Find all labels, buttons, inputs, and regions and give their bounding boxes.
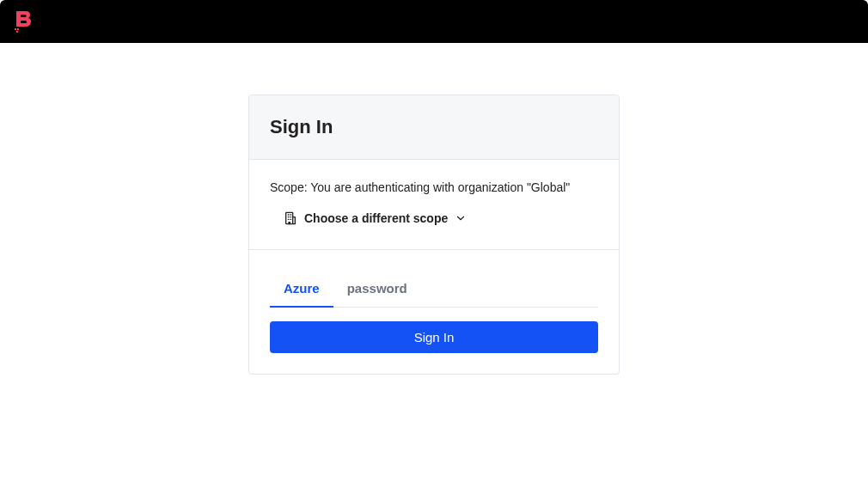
logo-icon	[14, 9, 34, 34]
tab-password[interactable]: password	[333, 271, 421, 308]
app-header	[0, 0, 868, 43]
signin-card: Sign In Scope: You are authenticating wi…	[248, 95, 620, 375]
tab-azure[interactable]: Azure	[270, 271, 333, 308]
auth-tabs: Azure password	[270, 271, 598, 308]
svg-rect-2	[16, 31, 18, 33]
scope-section: Scope: You are authenticating with organ…	[249, 160, 619, 250]
choose-scope-link[interactable]: Choose a different scope	[270, 211, 467, 225]
app-logo	[14, 9, 34, 34]
svg-rect-0	[15, 28, 16, 30]
scope-text: Scope: You are authenticating with organ…	[270, 180, 598, 194]
choose-scope-label: Choose a different scope	[304, 211, 448, 225]
svg-rect-1	[17, 28, 19, 30]
building-icon	[284, 211, 297, 225]
card-header: Sign In	[249, 95, 619, 160]
chevron-down-icon	[455, 212, 467, 224]
card-title: Sign In	[270, 116, 598, 138]
auth-section: Azure password Sign In	[249, 250, 619, 374]
signin-button[interactable]: Sign In	[270, 321, 598, 353]
